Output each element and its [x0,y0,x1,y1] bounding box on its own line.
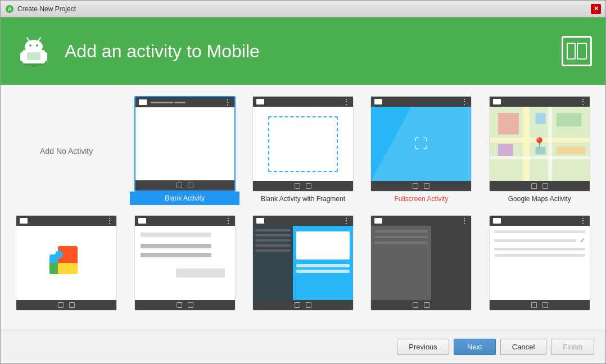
activity-item-login[interactable]: ⋮ [130,215,239,317]
fragment-overflow-icon: ⋮ [343,98,350,106]
nav-drawer-thumbnail: ⋮ [370,215,472,311]
phone-bottom-bar [135,180,234,190]
svg-rect-16 [523,107,530,181]
nd-menu-icon [374,218,382,224]
activity-item-nav-drawer[interactable]: ⋮ [367,215,476,317]
activity-item-google-services[interactable]: ⋮ [12,215,121,317]
activity-item-maps[interactable]: ⋮ [485,96,594,206]
gs-nav-back [58,302,64,308]
drawer-panel [371,226,431,300]
fullscreen-bottom-bar [371,181,471,191]
maps-menu-icon [493,99,501,104]
fragment-nav-home [306,183,311,189]
activity-item-settings[interactable]: ⋮ ✓ [485,215,594,317]
activity-item-fullscreen[interactable]: ⋮ ⛶ Fullscreen Activity [367,96,476,206]
fullscreen-label: Fullscreen Activity [367,192,476,206]
gs-overflow-icon: ⋮ [106,217,113,225]
md-overflow-icon: ⋮ [343,217,350,225]
window: A Create New Project ✕ Ad [0,0,606,364]
gs-menu-icon [20,218,28,224]
fullscreen-nav-back [413,183,418,189]
cancel-button[interactable]: Cancel [500,339,546,355]
md-nav-back [295,302,300,308]
activity-item-no-activity[interactable]: Add No Activity [12,96,121,206]
fullscreen-menu-icon [374,99,382,104]
maps-label: Google Maps Activity [485,192,594,206]
close-button[interactable]: ✕ [591,4,601,14]
google-services-thumbnail: ⋮ [16,215,117,311]
svg-line-10 [27,38,29,41]
google-services-mockup: ⋮ [16,216,116,310]
md-top-bar: ⋮ [253,216,353,226]
nd-top-bar: ⋮ [371,216,471,226]
md-bottom-bar [253,300,353,310]
maps-bottom-bar [490,181,590,191]
login-bottom-bar [135,300,235,310]
phone-blank-screen [135,107,234,180]
activity-item-fragment[interactable]: ⋮ Blank Activity with Fragment [248,96,358,206]
nav-home [188,183,193,188]
fragment-top-bar: ⋮ [253,97,353,107]
settings-line-3 [494,248,585,251]
titlebar: A Create New Project ✕ [1,1,605,17]
settings-nav-back [531,302,537,308]
activity-item-blank[interactable]: ⋮ Blank Activity [130,96,239,206]
maps-nav-home [542,183,548,189]
fullscreen-nav-home [424,183,429,189]
nd-overflow-icon: ⋮ [461,217,468,225]
settings-overflow-icon: ⋮ [580,217,586,225]
svg-point-28 [55,251,63,258]
gs-bottom-bar [16,300,116,310]
fullscreen-top-bar: ⋮ [371,97,471,107]
svg-point-9 [36,44,38,47]
login-thumbnail: ⋮ [134,215,236,311]
settings-phone-mockup: ⋮ ✓ [490,216,590,310]
maps-thumbnail: ⋮ [489,96,590,192]
svg-rect-23 [498,144,513,156]
fullscreen-phone-mockup: ⋮ ⛶ [371,97,471,191]
nd-nav-home [424,302,429,308]
settings-menu-icon [493,218,501,224]
previous-button[interactable]: Previous [397,339,449,355]
fragment-phone-mockup: ⋮ [253,97,353,191]
settings-label [485,311,594,317]
nd-bottom-bar [371,300,471,310]
svg-line-11 [38,38,40,41]
nav-back [177,183,182,188]
svg-point-7 [25,40,43,53]
maps-nav-back [531,183,537,189]
svg-rect-19 [490,156,590,160]
settings-line-2 [494,239,576,242]
dashed-fragment-box [268,116,338,172]
fullscreen-overflow-icon: ⋮ [461,98,468,106]
nd-nav-back [413,302,418,308]
login-label [130,311,239,317]
fragment-screen [253,107,353,181]
header-layout-icon [562,36,592,66]
svg-rect-12 [27,52,40,60]
maps-top-bar: ⋮ [490,97,590,107]
detail-panel [293,226,353,300]
fullscreen-thumbnail: ⋮ ⛶ [370,96,472,192]
blank-phone-mockup: ⋮ [135,97,234,190]
content-area: Add No Activity ⋮ [1,85,605,330]
finish-button[interactable]: Finish [551,339,594,355]
settings-line-1 [494,230,585,233]
fragment-bottom-bar [253,181,353,191]
detail-box [296,231,350,260]
login-screen [135,226,235,300]
master-detail-thumbnail: ⋮ [252,215,354,311]
master-detail-mockup: ⋮ [253,216,353,310]
login-menu-icon [138,218,146,224]
activity-grid-row2: ⋮ [12,215,594,317]
login-nav-home [188,302,193,308]
svg-point-8 [29,44,31,47]
login-top-bar: ⋮ [135,216,235,226]
fragment-nav-back [295,183,300,189]
detail-row-1 [296,264,350,267]
titlebar-icon: A [5,4,14,13]
activity-item-master-detail[interactable]: ⋮ [248,215,358,317]
login-overflow-icon: ⋮ [225,217,232,225]
next-button[interactable]: Next [454,339,496,355]
svg-rect-13 [567,43,575,59]
